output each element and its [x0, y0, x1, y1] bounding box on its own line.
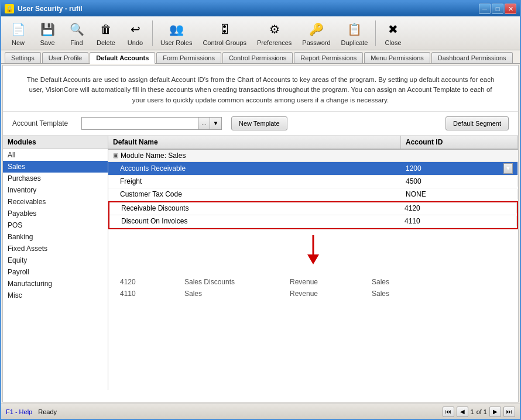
preferences-icon: ⚙ — [265, 20, 284, 39]
last-page-button[interactable]: ⏭ — [503, 407, 515, 417]
undo-label: Undo — [128, 39, 143, 46]
table-row[interactable]: Discount On Invoices 4110 — [109, 215, 517, 228]
status-bar: F1 - Help Ready ⏮ ◀ 1 of 1 ▶ ⏭ — [1, 404, 520, 419]
new-button[interactable]: 📄 New — [5, 18, 32, 49]
module-item-manufacturing[interactable]: Manufacturing — [3, 278, 108, 290]
help-link[interactable]: F1 - Help — [6, 408, 32, 415]
list-item: 4120 Sales Discounts Revenue Sales — [120, 276, 506, 288]
detail-type-1: Revenue — [290, 290, 337, 298]
tabs-bar: Settings User Profile Default Accounts F… — [1, 50, 520, 64]
module-item-sales[interactable]: Sales — [3, 161, 108, 173]
cell-id-rd: 4120 — [400, 203, 517, 214]
main-window: 🔒 User Security - rufil ─ □ ✕ 📄 New 💾 Sa… — [0, 0, 521, 420]
toolbar: 📄 New 💾 Save 🔍 Find 🗑 Delete ↩ Undo 👥 Us… — [1, 16, 520, 50]
default-segment-button[interactable]: Default Segment — [445, 116, 509, 130]
module-item-banking[interactable]: Banking — [3, 231, 108, 243]
close-button[interactable]: ✖ Close — [379, 18, 406, 49]
control-groups-icon: 🎛 — [215, 20, 234, 39]
red-arrow-icon — [301, 232, 325, 267]
page-of: of 1 — [477, 408, 487, 415]
module-item-receivables[interactable]: Receivables — [3, 196, 108, 208]
delete-label: Delete — [97, 39, 115, 46]
module-item-payables[interactable]: Payables — [3, 208, 108, 219]
detail-name-0: Sales Discounts — [184, 278, 255, 286]
module-group-label: Module Name: Sales — [121, 152, 186, 160]
browse-dropdown-button[interactable]: ▼ — [210, 117, 222, 130]
password-button[interactable]: 🔑 Password — [298, 18, 334, 49]
header-account-id: Account ID — [401, 136, 518, 149]
cell-id-ar: 1200 ▼ — [401, 162, 518, 175]
save-button[interactable]: 💾 Save — [34, 18, 61, 49]
tab-settings[interactable]: Settings — [5, 52, 41, 63]
account-template-input[interactable] — [81, 117, 198, 130]
table-row[interactable]: Freight 4500 — [108, 175, 518, 188]
tab-default-accounts[interactable]: Default Accounts — [90, 52, 155, 64]
modules-list: Modules All Sales Purchases Inventory Re… — [3, 136, 108, 390]
tab-user-profile[interactable]: User Profile — [42, 52, 88, 63]
save-label: Save — [40, 39, 54, 46]
detail-name-1: Sales — [184, 290, 255, 298]
module-item-pos[interactable]: POS — [3, 219, 108, 231]
svg-marker-1 — [307, 254, 319, 264]
module-item-inventory[interactable]: Inventory — [3, 184, 108, 196]
module-item-misc[interactable]: Misc — [3, 290, 108, 301]
arrow-area — [108, 229, 518, 270]
table-row[interactable]: Accounts Receivable 1200 ▼ — [108, 162, 518, 175]
preferences-label: Preferences — [257, 39, 292, 46]
save-icon: 💾 — [38, 20, 57, 39]
user-roles-label: User Roles — [160, 39, 192, 46]
tab-menu-permissions[interactable]: Menu Permissions — [364, 52, 430, 63]
undo-button[interactable]: ↩ Undo — [122, 18, 149, 49]
list-item: 4110 Sales Revenue Sales — [120, 288, 506, 299]
preferences-button[interactable]: ⚙ Preferences — [253, 18, 296, 49]
detail-module-0: Sales — [372, 278, 407, 286]
split-area: Modules All Sales Purchases Inventory Re… — [3, 136, 518, 390]
first-page-button[interactable]: ⏮ — [443, 407, 454, 417]
minimize-button[interactable]: ─ — [479, 4, 491, 14]
module-item-purchases[interactable]: Purchases — [3, 173, 108, 184]
cell-name-rd: Receivable Discounts — [109, 203, 400, 214]
account-template-label: Account Template — [12, 119, 77, 128]
control-groups-button[interactable]: 🎛 Control Groups — [198, 18, 251, 49]
new-template-button[interactable]: New Template — [231, 116, 287, 130]
prev-page-button[interactable]: ◀ — [457, 407, 468, 417]
browse-ellipsis-button[interactable]: ... — [198, 117, 210, 130]
tab-report-permissions[interactable]: Report Permissions — [294, 52, 363, 63]
next-page-button[interactable]: ▶ — [489, 407, 501, 417]
tab-control-permissions[interactable]: Control Permissions — [222, 52, 293, 63]
app-icon: 🔒 — [5, 4, 14, 13]
page-number: 1 — [471, 408, 474, 415]
title-bar: 🔒 User Security - rufil ─ □ ✕ — [1, 1, 520, 16]
maximize-button[interactable]: □ — [492, 4, 503, 14]
user-roles-icon: 👥 — [167, 20, 186, 39]
table-row[interactable]: Receivable Discounts 4120 — [109, 202, 517, 215]
table-row[interactable]: Customer Tax Code NONE — [108, 188, 518, 201]
delete-button[interactable]: 🗑 Delete — [92, 18, 119, 49]
detail-module-1: Sales — [372, 290, 407, 298]
control-groups-label: Control Groups — [203, 39, 246, 46]
detail-id-0: 4120 — [120, 278, 149, 286]
new-label: New — [12, 39, 25, 46]
duplicate-button[interactable]: 📋 Duplicate — [337, 18, 372, 49]
find-icon: 🔍 — [67, 20, 86, 39]
undo-icon: ↩ — [126, 20, 145, 39]
find-button[interactable]: 🔍 Find — [63, 18, 90, 49]
tab-form-permissions[interactable]: Form Permissions — [156, 52, 221, 63]
collapse-icon[interactable]: ▣ — [113, 152, 118, 159]
account-dropdown-button[interactable]: ▼ — [503, 163, 513, 174]
cell-name-doi: Discount On Invoices — [109, 216, 400, 226]
module-item-fixed-assets[interactable]: Fixed Assets — [3, 243, 108, 254]
grid-header: Default Name Account ID — [108, 136, 518, 150]
tab-dashboard-permissions[interactable]: Dashboard Permissions — [431, 52, 513, 63]
close-label: Close — [385, 39, 401, 46]
user-roles-button[interactable]: 👥 User Roles — [156, 18, 196, 49]
cell-id-doi: 4110 — [400, 216, 517, 226]
cell-name-tax: Customer Tax Code — [108, 189, 401, 199]
module-item-all[interactable]: All — [3, 149, 108, 161]
account-template-row: Account Template ... ▼ New Template Defa… — [3, 112, 518, 136]
close-window-button[interactable]: ✕ — [505, 4, 516, 14]
module-item-equity[interactable]: Equity — [3, 254, 108, 266]
toolbar-separator-1 — [152, 20, 153, 46]
module-item-payroll[interactable]: Payroll — [3, 266, 108, 278]
accounts-grid: Default Name Account ID ▣ Module Name: S… — [108, 136, 518, 390]
